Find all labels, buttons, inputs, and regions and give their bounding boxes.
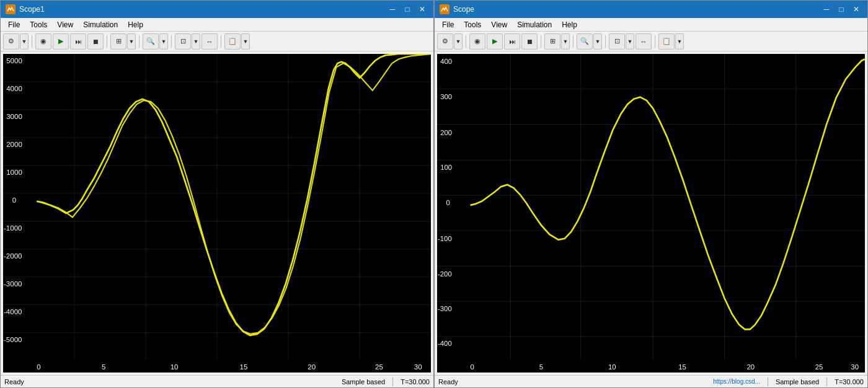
save-dropdown-2[interactable]: 📋 ▼ <box>658 33 684 50</box>
status-sep-3 <box>826 377 827 386</box>
scale-btn-2[interactable]: ⊡ <box>609 33 625 50</box>
run-btn-2[interactable]: ▶ <box>487 33 503 50</box>
scale-arrow-1[interactable]: ▼ <box>192 33 200 50</box>
sep2-1 <box>107 35 107 48</box>
plot-area-2: 400 300 200 100 0 -100 -200 -300 -400 0 … <box>437 54 865 373</box>
svg-text:-4000: -4000 <box>4 307 22 315</box>
menu-simulation-2[interactable]: Simulation <box>512 19 557 30</box>
menu-view-2[interactable]: View <box>486 19 512 30</box>
settings-btn-2[interactable]: ⚙ <box>437 33 453 50</box>
svg-text:15: 15 <box>240 363 248 371</box>
settings-dropdown-2[interactable]: ⚙ ▼ <box>437 33 463 50</box>
svg-text:20: 20 <box>746 363 755 370</box>
save-btn-2[interactable]: 📋 <box>658 33 675 50</box>
maximize-btn-2[interactable]: □ <box>835 4 848 15</box>
save-dropdown-1[interactable]: 📋 ▼ <box>224 33 250 50</box>
autoscale-btn-2[interactable]: ↔ <box>636 33 652 50</box>
step-btn-1[interactable]: ⏭ <box>70 33 86 50</box>
svg-text:100: 100 <box>440 164 452 171</box>
zoom-dropdown-2[interactable]: 🔍 ▼ <box>577 33 602 50</box>
scale-btn-1[interactable]: ⊡ <box>175 33 191 50</box>
scale-dropdown-1[interactable]: ⊡ ▼ <box>175 33 200 50</box>
svg-text:200: 200 <box>440 128 452 136</box>
title-bar-left-1: Scope1 <box>6 4 45 14</box>
scale-arrow-2[interactable]: ▼ <box>626 33 634 50</box>
settings-arrow-2[interactable]: ▼ <box>454 33 463 50</box>
settings-arrow-1[interactable]: ▼ <box>20 33 29 50</box>
layout-btn-2[interactable]: ⊞ <box>544 33 560 50</box>
menu-simulation-1[interactable]: Simulation <box>78 19 123 30</box>
svg-text:4000: 4000 <box>6 84 22 92</box>
window-title-2: Scope <box>453 5 474 14</box>
settings-btn-1[interactable]: ⚙ <box>3 33 19 50</box>
matlab-logo-2 <box>440 4 450 14</box>
menu-bar-1: File Tools View Simulation Help <box>1 18 433 32</box>
sep1-1 <box>32 35 32 48</box>
zoom-arrow-1[interactable]: ▼ <box>159 33 168 50</box>
svg-text:-300: -300 <box>438 305 452 312</box>
save-arrow-1[interactable]: ▼ <box>241 33 250 50</box>
status-sep-1 <box>392 377 393 386</box>
maximize-btn-1[interactable]: □ <box>401 4 414 15</box>
reset-btn-2[interactable]: ◉ <box>469 33 485 50</box>
minimize-btn-2[interactable]: ─ <box>820 4 833 15</box>
minimize-btn-1[interactable]: ─ <box>386 4 399 15</box>
zoom-btn-1[interactable]: 🔍 <box>143 33 159 50</box>
svg-text:30: 30 <box>414 363 422 371</box>
menu-file-2[interactable]: File <box>437 19 459 30</box>
svg-text:5000: 5000 <box>6 56 22 64</box>
svg-text:25: 25 <box>375 363 383 371</box>
sep1-2 <box>466 35 466 48</box>
svg-text:-400: -400 <box>438 340 452 347</box>
svg-text:5: 5 <box>102 363 105 371</box>
menu-view-1[interactable]: View <box>52 19 78 30</box>
settings-dropdown-1[interactable]: ⚙ ▼ <box>3 33 29 50</box>
run-btn-1[interactable]: ▶ <box>53 33 69 50</box>
svg-text:-100: -100 <box>438 235 452 242</box>
layout-arrow-2[interactable]: ▼ <box>561 33 570 50</box>
svg-text:3000: 3000 <box>6 112 22 120</box>
plot-area-1: 5000 4000 3000 2000 1000 0 -1000 -2000 -… <box>3 54 431 373</box>
layout-arrow-1[interactable]: ▼ <box>127 33 136 50</box>
sep3-2 <box>573 35 574 48</box>
save-arrow-2[interactable]: ▼ <box>675 33 684 50</box>
menu-bar-2: File Tools View Simulation Help <box>435 18 867 32</box>
svg-text:-1000: -1000 <box>4 224 22 232</box>
svg-text:30: 30 <box>851 363 859 370</box>
svg-text:-5000: -5000 <box>4 335 22 343</box>
save-btn-1[interactable]: 📋 <box>224 33 241 50</box>
layout-dropdown-1[interactable]: ⊞ ▼ <box>110 33 136 50</box>
close-btn-1[interactable]: ✕ <box>416 4 428 15</box>
step-btn-2[interactable]: ⏭ <box>504 33 520 50</box>
sep5-2 <box>655 35 655 48</box>
zoom-btn-2[interactable]: 🔍 <box>577 33 593 50</box>
sep4-1 <box>171 35 172 48</box>
stop-btn-1[interactable]: ⏹ <box>87 33 104 50</box>
zoom-arrow-2[interactable]: ▼ <box>593 33 602 50</box>
svg-text:10: 10 <box>170 363 179 371</box>
svg-text:-200: -200 <box>438 270 452 278</box>
menu-file-1[interactable]: File <box>3 19 25 30</box>
menu-help-1[interactable]: Help <box>123 19 148 30</box>
scale-dropdown-2[interactable]: ⊡ ▼ <box>609 33 634 50</box>
close-btn-2[interactable]: ✕ <box>850 4 862 15</box>
zoom-dropdown-1[interactable]: 🔍 ▼ <box>143 33 168 50</box>
layout-dropdown-2[interactable]: ⊞ ▼ <box>544 33 570 50</box>
scope2-window: Scope ─ □ ✕ File Tools View Simulation H… <box>434 0 868 388</box>
autoscale-btn-1[interactable]: ↔ <box>202 33 218 50</box>
sep2-2 <box>541 35 541 48</box>
svg-text:-2000: -2000 <box>4 252 22 260</box>
plot-svg-1: 5000 4000 3000 2000 1000 0 -1000 -2000 -… <box>3 54 431 373</box>
status-sample-1: Sample based <box>342 378 385 386</box>
toolbar-2: ⚙ ▼ ◉ ▶ ⏭ ⏹ ⊞ ▼ 🔍 ▼ ⊡ ▼ ↔ 📋 ▼ <box>435 32 867 51</box>
menu-help-2[interactable]: Help <box>557 19 582 30</box>
window-title-1: Scope1 <box>19 5 45 14</box>
reset-btn-1[interactable]: ◉ <box>35 33 51 50</box>
layout-btn-1[interactable]: ⊞ <box>110 33 126 50</box>
stop-btn-2[interactable]: ⏹ <box>521 33 538 50</box>
toolbar-1: ⚙ ▼ ◉ ▶ ⏭ ⏹ ⊞ ▼ 🔍 ▼ ⊡ ▼ ↔ 📋 ▼ <box>1 32 433 51</box>
svg-text:400: 400 <box>440 58 452 65</box>
menu-tools-1[interactable]: Tools <box>25 19 52 30</box>
plot-svg-2: 400 300 200 100 0 -100 -200 -300 -400 0 … <box>437 54 865 373</box>
menu-tools-2[interactable]: Tools <box>459 19 486 30</box>
